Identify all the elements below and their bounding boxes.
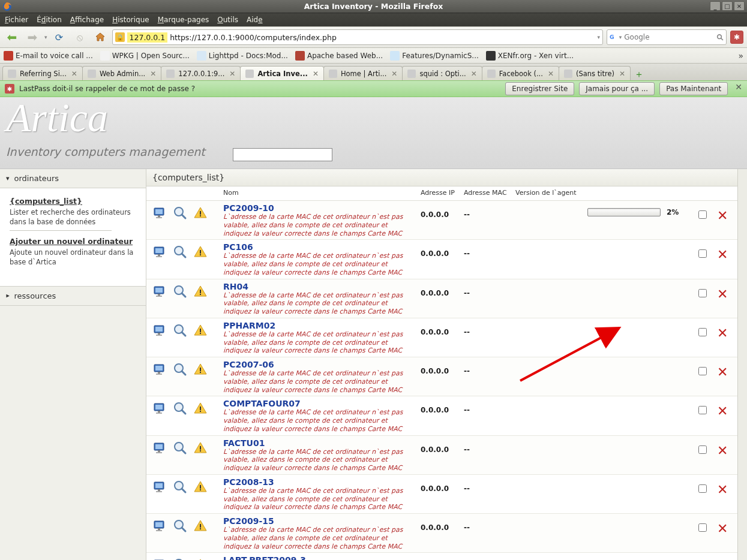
computer-icon[interactable] — [152, 362, 167, 377]
row-checkbox[interactable] — [698, 289, 707, 297]
browser-tab[interactable]: Referring Si...✕ — [2, 66, 83, 80]
new-tab-button[interactable]: ＋ — [632, 68, 646, 80]
close-button[interactable]: ✕ — [734, 1, 745, 11]
computer-icon[interactable] — [152, 206, 167, 220]
menu-edition[interactable]: Édition — [37, 16, 62, 24]
magnify-icon[interactable] — [173, 441, 187, 455]
lastpass-notnow-button[interactable]: Pas Maintenant — [659, 82, 728, 95]
tab-close-icon[interactable]: ✕ — [229, 70, 235, 78]
search-engine-dropdown-icon[interactable]: ▾ — [619, 34, 622, 40]
row-checkbox[interactable] — [698, 328, 707, 336]
search-box[interactable]: G ▾ — [607, 29, 727, 45]
browser-tab[interactable]: squid : Opti...✕ — [402, 66, 482, 80]
history-dropdown-icon[interactable]: ▾ — [44, 34, 47, 40]
computer-warning: L`adresse de la carte MAC de cet ordinat… — [223, 369, 415, 394]
mac-address: -- — [464, 203, 515, 219]
tab-close-icon[interactable]: ✕ — [71, 70, 77, 78]
computer-icon[interactable] — [152, 284, 167, 299]
row-checkbox[interactable] — [698, 523, 707, 532]
tab-close-icon[interactable]: ✕ — [548, 70, 554, 78]
computer-name[interactable]: PC2009-15 — [223, 516, 415, 526]
bookmark-item[interactable]: XENfr.org - Xen virt... — [486, 51, 574, 61]
google-icon: G — [610, 33, 617, 41]
bookmarks-overflow-icon[interactable]: » — [738, 51, 743, 61]
lastpass-never-button[interactable]: Jamais pour ça ... — [579, 82, 655, 95]
computer-name[interactable]: PC2008-13 — [223, 477, 415, 487]
menu-outils[interactable]: Outils — [217, 16, 238, 24]
computer-name[interactable]: LAPT-PRET2009-3 — [223, 555, 415, 560]
computer-name[interactable]: RH04 — [223, 282, 415, 291]
tab-close-icon[interactable]: ✕ — [471, 70, 477, 78]
magnify-icon[interactable] — [173, 206, 187, 220]
row-checkbox[interactable] — [698, 484, 707, 493]
computer-icon[interactable] — [152, 441, 167, 455]
browser-tab[interactable]: Home | Arti...✕ — [323, 66, 403, 80]
menu-fichier[interactable]: Fichier — [5, 16, 28, 24]
lastpass-save-button[interactable]: Enregistrer Site — [505, 82, 574, 95]
bookmark-item[interactable]: Apache based Web... — [295, 51, 383, 61]
computer-icon[interactable] — [152, 323, 167, 338]
maximize-button[interactable]: □ — [722, 1, 733, 11]
sidebar-link-add-computer[interactable]: Ajouter un nouvel ordinateur — [10, 237, 136, 246]
magnify-icon[interactable] — [173, 480, 187, 494]
computer-name[interactable]: PPHARM02 — [223, 321, 415, 330]
back-button[interactable]: ⬅ — [4, 29, 20, 46]
bookmark-item[interactable]: E-mail to voice call ... — [4, 51, 93, 61]
minimize-button[interactable]: _ — [710, 1, 721, 11]
row-checkbox[interactable] — [698, 210, 707, 219]
magnify-icon[interactable] — [173, 401, 187, 416]
computer-name[interactable]: PC2009-10 — [223, 203, 415, 213]
computer-icon[interactable] — [152, 558, 167, 560]
bookmark-item[interactable]: Features/DynamicS... — [390, 51, 479, 61]
browser-tab[interactable]: Artica Inve...✕ — [240, 66, 324, 80]
magnify-icon[interactable] — [173, 245, 187, 259]
sidebar-section-ordinateurs[interactable]: ▾ ordinateurs — [0, 169, 146, 188]
magnify-icon[interactable] — [173, 519, 187, 533]
tab-close-icon[interactable]: ✕ — [313, 70, 319, 78]
menu-marquepages[interactable]: Marque-pages — [158, 16, 209, 24]
magnify-icon[interactable] — [173, 558, 187, 560]
computer-name[interactable]: FACTU01 — [223, 438, 415, 448]
stop-button[interactable]: ⦸ — [71, 29, 88, 46]
url-dropdown-icon[interactable]: ▾ — [597, 34, 600, 40]
lastpass-toolbar-button[interactable]: ✱ — [730, 31, 743, 44]
row-checkbox[interactable] — [698, 445, 707, 454]
row-checkbox[interactable] — [698, 249, 707, 258]
browser-tab[interactable]: Web Admin...✕ — [82, 66, 161, 80]
browser-tab[interactable]: Facebook (...✕ — [482, 66, 559, 80]
sidebar-section-ressources[interactable]: ▾ ressources — [0, 287, 146, 306]
computer-icon[interactable] — [152, 480, 167, 494]
menu-affichage[interactable]: Affichage — [70, 16, 104, 24]
magnify-icon[interactable] — [173, 362, 187, 377]
svg-rect-47 — [158, 411, 160, 413]
menu-aide[interactable]: Aide — [247, 16, 263, 24]
tab-close-icon[interactable]: ✕ — [150, 70, 156, 78]
tab-label: Facebook (... — [499, 70, 543, 78]
row-checkbox[interactable] — [698, 406, 707, 414]
row-checkbox[interactable] — [698, 367, 707, 375]
magnify-icon[interactable] — [173, 323, 187, 338]
computer-icon[interactable] — [152, 401, 167, 416]
forward-button[interactable]: ➡ — [24, 29, 41, 46]
magnify-icon[interactable] — [173, 284, 187, 299]
browser-tab[interactable]: (Sans titre)✕ — [559, 66, 631, 80]
bookmark-item[interactable]: WPKG | Open Sourc... — [100, 51, 190, 61]
computer-icon[interactable] — [152, 245, 167, 259]
url-bar[interactable]: 🔒 127.0.0.1 https://127.0.0.1:9000/compu… — [112, 29, 603, 45]
reload-button[interactable]: ⟳ — [51, 29, 68, 46]
computer-icon[interactable] — [152, 519, 167, 533]
computer-name[interactable]: PC2007-06 — [223, 360, 415, 369]
browser-tab[interactable]: 127.0.0.1:9...✕ — [161, 66, 241, 80]
computer-name[interactable]: COMPTAFOUR07 — [223, 399, 415, 408]
tab-close-icon[interactable]: ✕ — [619, 70, 625, 78]
home-button[interactable] — [92, 29, 109, 46]
search-input[interactable] — [624, 33, 714, 41]
sidebar-link-computers-list[interactable]: {computers_list} — [10, 197, 136, 206]
tab-close-icon[interactable]: ✕ — [391, 70, 397, 78]
bookmark-item[interactable]: Lighttpd - Docs:Mod... — [197, 51, 288, 61]
lastpass-close-icon[interactable]: ✕ — [735, 82, 742, 95]
search-icon[interactable] — [716, 33, 724, 41]
computer-name[interactable]: PC106 — [223, 242, 415, 252]
menu-historique[interactable]: Historique — [112, 16, 149, 24]
page-search-input[interactable] — [233, 148, 332, 161]
